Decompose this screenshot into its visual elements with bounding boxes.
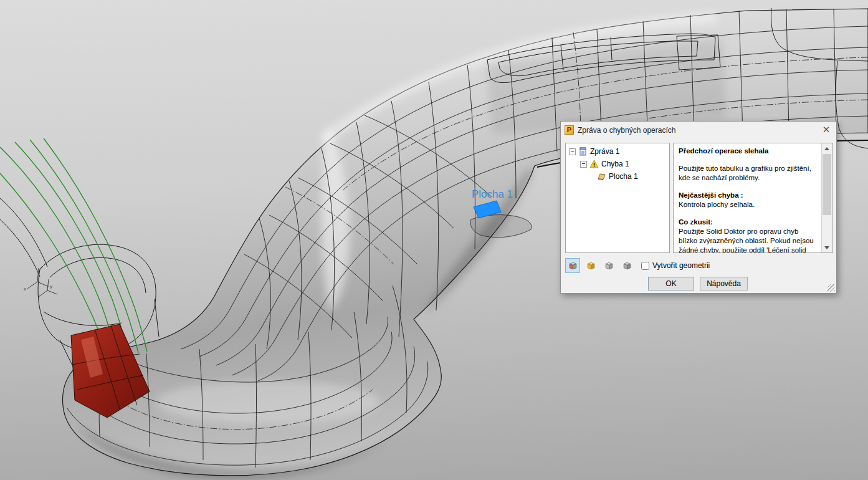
error-tree[interactable]: Zpráva 1 Chyba 1 Plocha 1 bbox=[565, 143, 670, 253]
message-try-text: Použijte Solid Doktor pro opravu chyb bl… bbox=[679, 227, 818, 253]
yellow-cube-icon bbox=[586, 261, 596, 271]
collapse-icon[interactable] bbox=[580, 161, 587, 168]
error-message-panel: Předchozí operace slehala Použijte tuto … bbox=[673, 143, 833, 253]
selected-face-label: Plocha 1 bbox=[472, 188, 513, 200]
scrollbar[interactable] bbox=[821, 143, 832, 252]
svg-text:z: z bbox=[40, 265, 42, 271]
message-subheading-error: Nejčastější chyba : bbox=[679, 191, 818, 200]
create-geometry-label: Vytvořit geometrii bbox=[652, 261, 710, 270]
tree-item-surface[interactable]: Plocha 1 bbox=[566, 170, 669, 183]
error-report-dialog: P Zpráva o chybných operacích ✕ Zpráva 1… bbox=[560, 121, 837, 294]
cad-application: { "viewport": { "face_label": "Plocha 1"… bbox=[0, 0, 868, 480]
view-mode-wire-button[interactable] bbox=[619, 258, 634, 273]
help-button[interactable]: Nápověda bbox=[700, 277, 748, 290]
tree-item-error[interactable]: Chyba 1 bbox=[566, 158, 669, 170]
collapse-icon[interactable] bbox=[569, 148, 576, 155]
warning-icon bbox=[589, 160, 599, 169]
tree-item-label: Zpráva 1 bbox=[590, 147, 619, 156]
message-error-text: Kontrola plochy selhala. bbox=[679, 200, 818, 209]
reference-curves[interactable] bbox=[0, 138, 147, 357]
svg-text:y: y bbox=[50, 284, 52, 289]
tree-item-label: Chyba 1 bbox=[601, 160, 629, 168]
view-mode-solid-button[interactable] bbox=[583, 258, 598, 273]
surface-icon bbox=[597, 172, 606, 181]
message-heading: Předchozí operace slehala bbox=[679, 146, 818, 156]
view-mode-shaded-button[interactable] bbox=[565, 258, 580, 273]
gray-cube-icon bbox=[604, 261, 614, 271]
tree-item-label: Plocha 1 bbox=[609, 172, 638, 181]
display-options-row: Vytvořit geometrii bbox=[565, 258, 710, 273]
close-icon[interactable]: ✕ bbox=[816, 122, 836, 138]
svg-text:x: x bbox=[24, 286, 26, 292]
app-icon: P bbox=[565, 125, 574, 135]
view-mode-gray-button[interactable] bbox=[601, 258, 616, 273]
csys-triad[interactable] bbox=[27, 268, 57, 297]
report-icon bbox=[578, 147, 588, 156]
create-geometry-checkbox[interactable] bbox=[641, 262, 649, 270]
shaded-cube-icon bbox=[568, 261, 578, 271]
resize-grip[interactable] bbox=[827, 284, 835, 292]
scrollbar-thumb[interactable] bbox=[823, 154, 831, 215]
create-geometry-option[interactable]: Vytvořit geometrii bbox=[641, 261, 710, 270]
scroll-up-icon[interactable] bbox=[822, 143, 832, 153]
dialog-titlebar[interactable]: P Zpráva o chybných operacích ✕ bbox=[561, 122, 836, 138]
scroll-down-icon[interactable] bbox=[822, 242, 832, 252]
dialog-title: Zpráva o chybných operacích bbox=[578, 126, 675, 135]
message-subheading-try: Co zkusit: bbox=[679, 218, 818, 227]
tree-item-report[interactable]: Zpráva 1 bbox=[566, 145, 669, 158]
wire-cube-icon bbox=[622, 261, 632, 271]
ok-button[interactable]: OK bbox=[648, 277, 694, 290]
dialog-buttons: OK Nápověda bbox=[561, 277, 836, 290]
message-intro: Použijte tuto tabulku a grafiku pro zjiš… bbox=[679, 164, 818, 183]
